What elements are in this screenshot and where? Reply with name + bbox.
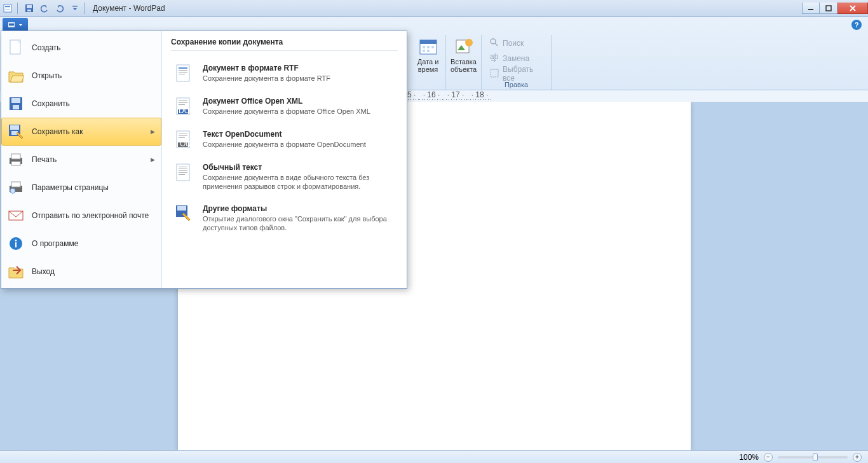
save-as-odt[interactable]: ODT Текст OpenDocumentСохранение докумен… (171, 123, 398, 156)
menu-item-page-setup[interactable]: Параметры страницы (1, 174, 161, 202)
menu-item-save[interactable]: Сохранить (1, 90, 161, 118)
desc: Сохранение документа в формате Office Op… (203, 107, 370, 116)
separator (84, 3, 85, 14)
svg-rect-28 (11, 98, 20, 103)
group-datetime: Дата и время (410, 35, 446, 90)
file-menu-left: Создать Открыть Сохранить Сохранить как … (1, 31, 162, 288)
svg-rect-13 (9, 25, 14, 26)
svg-point-42 (15, 240, 17, 242)
label: Отправить по электронной почте (32, 211, 149, 220)
rtf-icon (173, 64, 194, 84)
calendar-icon (418, 36, 438, 57)
menu-item-send-email[interactable]: Отправить по электронной почте (1, 202, 161, 230)
app-icon (3, 3, 13, 13)
new-icon (8, 39, 24, 56)
minimize-button[interactable] (802, 3, 820, 14)
window-title: Документ - WordPad (93, 4, 165, 13)
svg-rect-44 (179, 67, 187, 69)
svg-rect-58 (179, 135, 187, 136)
svg-rect-46 (179, 72, 187, 73)
label: Печать (32, 155, 57, 164)
svg-rect-45 (179, 70, 187, 71)
menu-item-new[interactable]: Создать (1, 34, 161, 62)
save-as-rtf[interactable]: Документ в формате RTFСохранение докумен… (171, 57, 398, 90)
desc: Сохранение документа в виде обычного тек… (203, 173, 395, 191)
ruler-tick: · 18 · (468, 90, 492, 99)
desc: Сохранение документа в формате OpenDocum… (203, 140, 366, 149)
svg-rect-61 (179, 167, 187, 167)
zoom-in-button[interactable]: + (853, 453, 862, 462)
zoom-slider[interactable] (778, 456, 848, 459)
label: О программе (32, 239, 78, 248)
redo-button[interactable] (53, 1, 67, 15)
label: Сохранить как (32, 127, 83, 136)
print-icon (8, 151, 24, 168)
search-icon (489, 38, 499, 50)
menu-item-print[interactable]: Печать ▶ (1, 146, 161, 174)
window-controls (802, 3, 868, 14)
datetime-button[interactable]: Дата и время (414, 35, 443, 73)
qat-customize-button[interactable] (68, 1, 82, 15)
menu-item-exit[interactable]: Выход (1, 258, 161, 286)
insert-object-button[interactable]: Вставка объекта (449, 35, 478, 73)
svg-rect-53 (179, 104, 185, 105)
replace-button[interactable]: abЗамена (487, 52, 546, 66)
replace-icon: ab (489, 53, 499, 65)
zoom-label: 100% (739, 453, 759, 462)
label: Вставка объекта (449, 58, 478, 73)
svg-rect-64 (179, 172, 187, 173)
desc: Открытие диалогового окна "Сохранить как… (203, 214, 395, 233)
save-as-plain-text[interactable]: Обычный текстСохранение документа в виде… (171, 156, 398, 198)
svg-rect-63 (179, 170, 187, 171)
menu-item-about[interactable]: О программе (1, 230, 161, 258)
undo-button[interactable] (37, 1, 51, 15)
svg-rect-18 (431, 46, 434, 48)
desc: Сохранение документа в формате RTF (203, 74, 330, 83)
statusbar: 100% − + (0, 450, 868, 463)
save-as-icon (8, 123, 24, 140)
help-button[interactable]: ? (851, 20, 862, 30)
svg-rect-3 (5, 9, 10, 10)
file-menu-right: Сохранение копии документа Документ в фо… (162, 31, 407, 288)
svg-rect-19 (423, 50, 425, 52)
svg-text:ab: ab (490, 53, 499, 61)
menu-item-save-as[interactable]: Сохранить как ▶ (1, 118, 161, 146)
zoom-out-button[interactable]: − (764, 453, 773, 462)
label: Поиск (503, 39, 524, 48)
label: Параметры страницы (32, 183, 109, 192)
svg-rect-29 (13, 105, 19, 109)
maximize-button[interactable] (820, 3, 837, 14)
svg-rect-2 (5, 8, 10, 8)
chevron-right-icon: ▶ (151, 156, 155, 163)
svg-rect-16 (423, 46, 425, 48)
titlebar: Документ - WordPad (0, 0, 868, 17)
svg-rect-15 (420, 40, 437, 44)
group-editing: Поиск abЗамена Выбрать все Правка (482, 35, 552, 90)
label: Создать (32, 43, 61, 52)
page-setup-icon (8, 179, 24, 196)
ruler-tick: · 17 · (444, 90, 468, 99)
save-as-heading: Сохранение копии документа (171, 38, 398, 51)
ruler-tick: · 16 · (419, 90, 444, 99)
label: Выход (32, 267, 55, 276)
select-all-icon (489, 68, 499, 80)
svg-rect-1 (5, 6, 10, 7)
file-tab[interactable] (3, 18, 28, 32)
save-button[interactable] (22, 1, 36, 15)
label: Выбрать все (503, 65, 543, 83)
find-button[interactable]: Поиск (487, 36, 546, 50)
svg-rect-5 (27, 5, 32, 8)
separator (17, 3, 18, 14)
save-as-ooxml[interactable]: DOCX Документ Office Open XMLСохранение … (171, 90, 398, 123)
svg-text:ODT: ODT (180, 139, 193, 148)
chevron-right-icon: ▶ (151, 128, 155, 135)
svg-rect-37 (11, 182, 20, 187)
select-all-button[interactable]: Выбрать все (487, 67, 546, 81)
svg-rect-51 (179, 100, 187, 101)
zoom-thumb[interactable] (813, 453, 818, 461)
svg-rect-9 (826, 6, 831, 11)
title: Текст OpenDocument (203, 130, 366, 139)
save-as-other[interactable]: Другие форматыОткрытие диалогового окна … (171, 198, 398, 239)
menu-item-open[interactable]: Открыть (1, 62, 161, 90)
close-button[interactable] (837, 3, 868, 14)
